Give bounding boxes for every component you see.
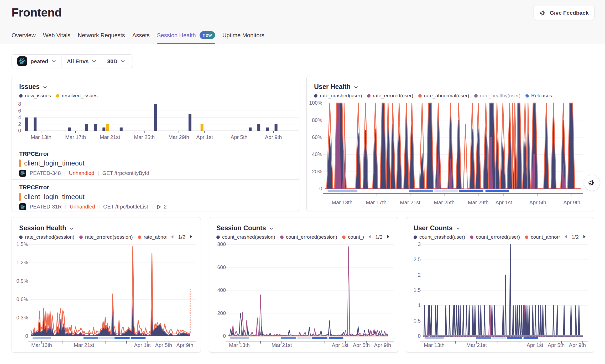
legend-item[interactable]: rate_abnormal(session) [138, 234, 167, 240]
y-axis-label: 1.2% [17, 260, 28, 265]
tab-assets[interactable]: Assets [132, 30, 150, 44]
legend-item[interactable]: count_abnormal(user) [525, 234, 560, 240]
legend-dot [367, 94, 371, 98]
chevron-down-icon [121, 60, 125, 62]
y-axis-label: 600 [217, 264, 226, 270]
chevron-down-icon[interactable] [354, 86, 358, 88]
x-axis-label: Apr 9th [569, 342, 586, 348]
legend-dot [470, 235, 473, 239]
x-axis-label: Apr 1st [332, 342, 349, 348]
y-axis-label: 0.6% [17, 296, 28, 302]
legend-label: count_crashed(user) [419, 234, 465, 240]
legend-item[interactable]: count_crashed(user) [414, 234, 465, 240]
chevron-down-icon[interactable] [456, 228, 460, 230]
legend-label: rate_healthy(user) [480, 93, 520, 99]
legend-page-prev-icon[interactable] [170, 234, 175, 240]
new-feature-badge: new [200, 31, 215, 39]
issue-row[interactable]: TRPCError client_login_timeout PEATED-31… [19, 184, 292, 210]
date-range-filter-value: 30D [107, 58, 118, 65]
issue-short-id: PEATED-348 [30, 170, 61, 176]
x-axis-label: Apr 5th [529, 200, 546, 205]
y-axis-label: 20% [312, 169, 322, 174]
user-counts-panel: User Counts count_crashed(user)count_err… [406, 217, 594, 353]
series-line-rate_errored(session) [31, 303, 190, 335]
legend-item[interactable]: count_abnormal(session) [342, 234, 364, 240]
y-axis-label: 0.5 [414, 318, 421, 324]
release-bar [84, 337, 98, 339]
legend-item[interactable]: rate_healthy(user) [474, 93, 520, 99]
legend-item[interactable]: rate_abnormal(user) [418, 93, 469, 99]
tab-web-vitals[interactable]: Web Vitals [43, 30, 70, 44]
release-bar [281, 337, 296, 339]
x-axis-label: Mar 21st [400, 200, 420, 205]
divider [12, 179, 299, 180]
tab-overview[interactable]: Overview [12, 30, 36, 44]
y-axis-label: 0 [418, 333, 421, 339]
legend-page-next-icon[interactable] [582, 234, 587, 240]
environment-filter-value: All Envs [67, 58, 89, 65]
give-feedback-button[interactable]: Give Feedback [534, 6, 594, 20]
tab-label: Network Requests [78, 32, 125, 39]
legend-dot [280, 235, 284, 239]
project-filter[interactable]: peated [12, 55, 61, 68]
page-title: Frontend [12, 6, 62, 19]
floating-feedback-button[interactable] [584, 175, 600, 191]
meta-separator: | [65, 204, 66, 210]
legend-item[interactable]: count_errored(user) [470, 234, 520, 240]
y-axis-label: 0 [319, 186, 322, 191]
meta-separator: | [64, 170, 66, 176]
legend-dot [314, 94, 317, 98]
x-axis-label: Mar 29th [468, 200, 489, 205]
chevron-down-icon[interactable] [269, 228, 274, 230]
legend-items: rate_crashed(user)rate_errored(user)rate… [314, 93, 587, 99]
filter-bar: peated All Envs 30D [12, 54, 133, 68]
x-axis-label: Mar 13th [332, 200, 352, 205]
tab-uptime-monitors[interactable]: Uptime Monitors [222, 30, 264, 44]
legend-item[interactable]: rate_errored(user) [367, 93, 413, 99]
legend-item[interactable]: rate_crashed(session) [19, 234, 74, 240]
release-bar [507, 337, 522, 339]
legend-item[interactable]: count_errored(session) [280, 234, 337, 240]
y-axis-label: 2 [418, 272, 421, 278]
tab-session-health[interactable]: Session Healthnew [157, 30, 215, 44]
user-health-panel: User Health rate_crashed(user)rate_error… [306, 76, 594, 211]
series-line-count_errored(user) [424, 306, 583, 336]
chevron-down-icon[interactable] [69, 228, 74, 230]
legend-label: count_crashed(session) [222, 234, 275, 240]
environment-filter[interactable]: All Envs [61, 55, 102, 68]
release-bar [230, 337, 249, 339]
legend-page-next-icon[interactable] [189, 234, 193, 240]
issue-type[interactable]: TRPCError [19, 184, 292, 191]
legend-dot [342, 235, 346, 239]
series-line-rate_abnormal(session) [31, 246, 190, 334]
issue-culprit: client_login_timeout [24, 159, 85, 167]
release-bar [425, 337, 444, 339]
legend-items: count_crashed(user)count_errored(user)co… [414, 234, 560, 240]
legend-page-prev-icon[interactable] [564, 234, 568, 240]
release-bar [297, 337, 312, 339]
react-project-icon [19, 170, 26, 177]
legend-page-prev-icon[interactable] [367, 234, 372, 240]
legend-page-next-icon[interactable] [386, 234, 390, 240]
release-bar [328, 190, 357, 192]
x-axis-label: Apr 9th [176, 342, 193, 348]
legend-items: count_crashed(session)count_errored(sess… [216, 234, 364, 240]
chart-legend: rate_crashed(session)rate_errored(sessio… [19, 234, 193, 240]
x-axis-label: Apr 9th [374, 342, 391, 348]
y-axis-label: 2.5 [414, 256, 421, 262]
series-line-rate_crashed(session) [31, 314, 190, 336]
issue-type[interactable]: TRPCError [19, 151, 292, 157]
legend-item[interactable]: rate_crashed(user) [314, 93, 362, 99]
tab-network-requests[interactable]: Network Requests [78, 30, 125, 44]
legend-item[interactable]: Releases [525, 93, 552, 99]
legend-pagination: 1/2 [560, 234, 587, 240]
series-line-count_crashed(session) [229, 313, 388, 336]
megaphone-icon [588, 179, 596, 187]
replay-count: 2 [156, 204, 167, 210]
issue-row[interactable]: TRPCError client_login_timeout PEATED-34… [19, 151, 292, 177]
legend-item[interactable]: count_crashed(session) [216, 234, 275, 240]
legend-item[interactable]: rate_errored(session) [79, 234, 133, 240]
date-range-filter[interactable]: 30D [102, 55, 131, 68]
series-line-count_errored(session) [229, 247, 388, 336]
legend-label: rate_abnormal(session) [144, 234, 167, 240]
